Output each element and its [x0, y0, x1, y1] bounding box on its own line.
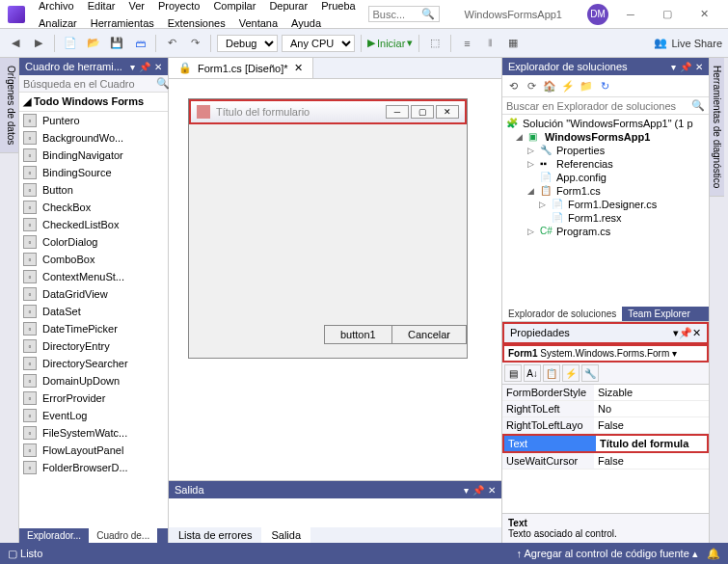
dropdown-icon[interactable]: ▾: [671, 62, 676, 72]
references-node[interactable]: ▷▪▪Referencias: [504, 157, 707, 171]
solution-root[interactable]: 🧩Solución "WindowsFormsApp1" (1 p: [504, 117, 707, 130]
dropdown-icon[interactable]: ▾: [130, 62, 135, 72]
toolbox-item[interactable]: ▫Puntero: [19, 112, 168, 129]
user-avatar[interactable]: DM: [587, 4, 608, 25]
events-icon[interactable]: ⚡: [562, 364, 580, 382]
project-node[interactable]: ◢▣WindowsFormsApp1: [504, 130, 707, 144]
back-icon[interactable]: ⟲: [505, 78, 521, 94]
property-row[interactable]: RightToLeftNo: [502, 401, 709, 417]
search-input[interactable]: [373, 9, 421, 20]
refresh-icon[interactable]: ↻: [597, 78, 612, 94]
program-node[interactable]: ▷C#Program.cs: [504, 225, 707, 238]
pin-icon[interactable]: 📌: [472, 485, 484, 496]
folder-icon[interactable]: 📁: [579, 78, 594, 94]
toolbox-item[interactable]: ▫DataSet: [19, 303, 168, 320]
menu-compilar[interactable]: Compilar: [207, 0, 261, 13]
resx-node[interactable]: 📄Form1.resx: [504, 211, 707, 225]
designer-file-node[interactable]: ▷📄Form1.Designer.cs: [504, 198, 707, 211]
property-row[interactable]: RightToLeftLayoFalse: [502, 417, 709, 434]
home-icon[interactable]: 🏠: [542, 78, 557, 94]
panel-tab[interactable]: Explorador...: [19, 528, 89, 543]
maximize-button[interactable]: ▢: [651, 5, 684, 24]
toolbox-item[interactable]: ▫ErrorProvider: [19, 389, 168, 407]
sync-icon[interactable]: ⚡: [560, 78, 576, 94]
appconfig-node[interactable]: 📄App.config: [504, 171, 707, 184]
menu-proyecto[interactable]: Proyecto: [152, 0, 205, 13]
toolbox-item[interactable]: ▫Button: [19, 181, 168, 199]
toolbox-group-header[interactable]: ◢ Todo Windows Forms: [19, 93, 168, 112]
toolbox-search[interactable]: [23, 78, 156, 90]
menu-archivo[interactable]: Archivo: [33, 0, 80, 13]
close-icon[interactable]: ✕: [692, 327, 701, 338]
layout-icon[interactable]: ▦: [503, 34, 523, 53]
toolbox-item[interactable]: ▫FileSystemWatc...: [19, 424, 168, 442]
toolbar-btn-1[interactable]: ⬚: [425, 34, 445, 53]
toolbox-item[interactable]: ▫DomainUpDown: [19, 372, 168, 389]
pin-icon[interactable]: 📌: [139, 62, 150, 72]
alphabetical-icon[interactable]: A↓: [524, 364, 541, 382]
solution-tab[interactable]: Team Explorer: [622, 307, 695, 321]
property-row[interactable]: TextTítulo del formula: [502, 434, 709, 453]
toolbox-item[interactable]: ▫ContextMenuSt...: [19, 268, 168, 285]
global-search[interactable]: 🔍: [368, 6, 440, 22]
toolbox-item[interactable]: ▫DirectoryEntry: [19, 337, 168, 355]
property-row[interactable]: FormBorderStyleSizable: [502, 385, 709, 401]
origenes-datos-tab[interactable]: Orígenes de datos: [0, 58, 18, 153]
toolbox-item[interactable]: ▫BindingSource: [19, 164, 168, 181]
categorized-icon[interactable]: ▤: [504, 364, 522, 382]
pin-icon[interactable]: 📌: [680, 62, 691, 72]
menu-prueba[interactable]: Prueba: [315, 0, 361, 13]
dropdown-icon[interactable]: ▾: [464, 485, 469, 496]
minimize-button[interactable]: ─: [614, 5, 647, 24]
toolbox-item[interactable]: ▫CheckBox: [19, 199, 168, 216]
props-object-selector[interactable]: Form1 System.Windows.Forms.Form ▾: [502, 344, 709, 363]
toolbox-item[interactable]: ▫EventLog: [19, 407, 168, 424]
save-all-icon[interactable]: 🗃: [130, 34, 149, 53]
button1[interactable]: button1: [324, 325, 392, 344]
redo-icon[interactable]: ↷: [185, 34, 204, 53]
close-button[interactable]: ✕: [688, 5, 720, 24]
save-icon[interactable]: 💾: [107, 34, 126, 53]
property-row[interactable]: UseWaitCursorFalse: [502, 453, 709, 470]
close-icon[interactable]: ✕: [695, 62, 703, 72]
close-tab-icon[interactable]: ✕: [294, 62, 303, 74]
toolbox-item[interactable]: ▫ColorDialog: [19, 233, 168, 251]
solution-search[interactable]: [506, 100, 691, 112]
liveshare-button[interactable]: 👥 Live Share: [654, 37, 722, 49]
toolbox-item[interactable]: ▫CheckedListBox: [19, 216, 168, 233]
align-icon[interactable]: ≡: [457, 34, 476, 53]
toolbox-item[interactable]: ▫FolderBrowserD...: [19, 459, 168, 476]
output-tab[interactable]: Lista de errores: [169, 527, 261, 543]
toolbox-item[interactable]: ▫DateTimePicker: [19, 320, 168, 337]
form-designer[interactable]: Título del formulario ─ ▢ ✕ button1 Canc…: [169, 79, 501, 480]
document-tab[interactable]: 🔒 Form1.cs [Diseño]* ✕: [169, 58, 313, 78]
undo-icon[interactable]: ↶: [162, 34, 181, 53]
toolbox-item[interactable]: ▫ComboBox: [19, 251, 168, 268]
config-dropdown[interactable]: Debug: [217, 35, 278, 52]
open-icon[interactable]: 📂: [84, 34, 103, 53]
solution-tab[interactable]: Explorador de soluciones: [502, 307, 622, 321]
platform-dropdown[interactable]: Any CPU: [282, 35, 355, 52]
wrench-icon[interactable]: 🔧: [581, 364, 599, 382]
close-icon[interactable]: ✕: [154, 62, 162, 72]
form1-node[interactable]: ◢📋Form1.cs: [504, 184, 707, 198]
menu-depurar[interactable]: Depurar: [263, 0, 313, 13]
close-icon[interactable]: ✕: [488, 485, 496, 496]
output-tab[interactable]: Salida: [261, 527, 310, 543]
nav-back-icon[interactable]: ◀: [6, 34, 25, 53]
toolbox-item[interactable]: ▫BackgroundWo...: [19, 129, 168, 147]
properties-node[interactable]: ▷🔧Properties: [504, 144, 707, 157]
source-control-button[interactable]: ↑ Agregar al control de código fuente ▴ …: [517, 548, 720, 560]
toolbox-item[interactable]: ▫BindingNavigator: [19, 147, 168, 164]
menu-ver[interactable]: Ver: [122, 0, 150, 13]
distribute-icon[interactable]: ⫴: [480, 34, 499, 53]
new-file-icon[interactable]: 📄: [61, 34, 80, 53]
cancel-button[interactable]: Cancelar: [391, 325, 467, 344]
panel-tab[interactable]: Cuadro de...: [89, 528, 157, 543]
props-icon[interactable]: 📋: [543, 364, 560, 382]
fwd-icon[interactable]: ⟳: [524, 78, 539, 94]
start-button[interactable]: ▶ Iniciar ▾: [367, 37, 413, 49]
menu-editar[interactable]: Editar: [82, 0, 121, 13]
form-preview[interactable]: Título del formulario ─ ▢ ✕ button1 Canc…: [188, 98, 468, 359]
toolbox-item[interactable]: ▫DataGridView: [19, 285, 168, 303]
